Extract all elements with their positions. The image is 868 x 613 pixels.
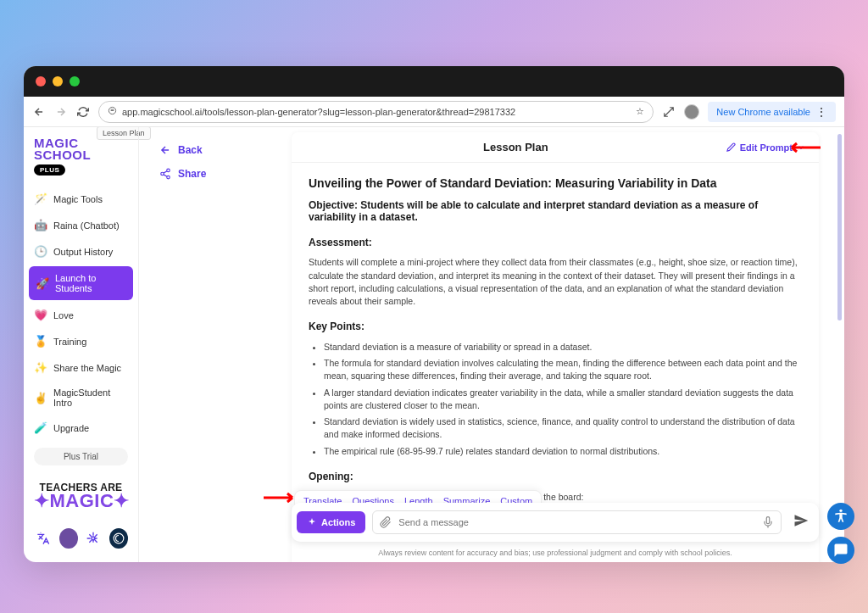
list-item: The formula for standard deviation invol… [324, 357, 802, 382]
sidebar: MAGIC SCHOOL PLUS 🪄 Magic Tools 🤖 Raina … [24, 127, 139, 562]
sidebar-item-upgrade[interactable]: 🧪 Upgrade [24, 415, 138, 441]
lesson-title: Unveiling the Power of Standard Deviatio… [309, 176, 802, 191]
browser-window: app.magicschool.ai/tools/lesson-plan-gen… [24, 66, 844, 562]
list-item: Standard deviation is a measure of varia… [324, 341, 802, 354]
sidebar-item-label: Magic Tools [53, 194, 103, 204]
actions-button[interactable]: Actions [297, 511, 365, 533]
sparkle-icon: ✨ [34, 361, 47, 374]
heart-icon: 💗 [34, 309, 47, 321]
sidebar-item-magicstudent[interactable]: ✌️ MagicStudent Intro [24, 381, 138, 415]
sidebar-item-label: Share the Magic [53, 363, 121, 373]
list-item: A larger standard deviation indicates gr… [324, 387, 802, 412]
chrome-update-badge[interactable]: New Chrome available ⋮ [708, 102, 836, 122]
back-icon[interactable] [32, 105, 46, 119]
gear-icon[interactable] [85, 528, 103, 549]
sidebar-item-label: Upgrade [53, 423, 89, 433]
wand-icon: 🪄 [34, 192, 47, 205]
star-icon[interactable]: ☆ [636, 106, 644, 117]
beaker-icon: 🧪 [34, 421, 47, 434]
share-button[interactable]: Share [159, 164, 271, 183]
svg-line-7 [164, 171, 167, 173]
left-panel: Back Share [139, 127, 292, 562]
clock-icon: 🕒 [34, 245, 47, 258]
profile-avatar-icon[interactable] [684, 104, 699, 120]
minimize-window-icon[interactable] [53, 76, 63, 86]
list-item: Standard deviation is widely used in sta… [324, 415, 802, 441]
svg-point-6 [167, 176, 170, 179]
sidebar-item-share[interactable]: ✨ Share the Magic [24, 354, 138, 381]
forward-icon[interactable] [54, 105, 68, 119]
objective-heading: Objective: Students will be able to calc… [309, 199, 802, 224]
chevron-down-icon [797, 143, 805, 152]
plus-trial-badge[interactable]: Plus Trial [34, 448, 128, 465]
sidebar-footer: TEACHERS ARE ✦MAGIC✦ [24, 475, 138, 557]
logo[interactable]: MAGIC SCHOOL PLUS [24, 132, 138, 186]
keypoints-heading: Key Points: [309, 320, 802, 334]
send-button[interactable] [788, 508, 814, 537]
extensions-icon[interactable] [662, 105, 676, 119]
assessment-text: Students will complete a mini-project wh… [309, 256, 802, 308]
svg-line-8 [164, 175, 167, 176]
kebab-icon[interactable]: ⋮ [815, 105, 827, 119]
app-body: Lesson Plan MAGIC SCHOOL PLUS 🪄 Magic To… [24, 127, 844, 562]
attachment-icon[interactable] [380, 516, 392, 528]
url-bar[interactable]: app.magicschool.ai/tools/lesson-plan-gen… [98, 101, 654, 123]
svg-point-9 [839, 510, 842, 512]
browser-toolbar: app.magicschool.ai/tools/lesson-plan-gen… [24, 97, 844, 127]
svg-point-5 [161, 172, 164, 176]
logo-line2: SCHOOL [34, 149, 128, 161]
swirl-icon[interactable] [109, 528, 128, 549]
sidebar-item-output-history[interactable]: 🕒 Output History [24, 238, 138, 265]
opening-heading: Opening: [309, 470, 802, 484]
reload-icon[interactable] [76, 105, 90, 119]
avatar-icon[interactable] [59, 528, 78, 549]
sidebar-item-label: MagicStudent Intro [53, 387, 128, 408]
sparkle-icon [307, 517, 317, 527]
tagline: TEACHERS ARE ✦MAGIC✦ [34, 483, 128, 510]
input-bar-wrapper: Translate Questions Length Summarize Cus… [292, 503, 819, 542]
main-area: Back Share Lesson Plan Edit [139, 127, 844, 562]
sidebar-item-raina[interactable]: 🤖 Raina (Chatbot) [24, 212, 138, 238]
input-bar: Actions [292, 503, 819, 542]
sidebar-item-label: Training [53, 337, 86, 347]
accessibility-fab[interactable] [827, 503, 854, 530]
scrollbar[interactable] [837, 134, 842, 473]
sidebar-item-magic-tools[interactable]: 🪄 Magic Tools [24, 186, 138, 212]
sidebar-item-training[interactable]: 🏅 Training [24, 328, 138, 354]
maximize-window-icon[interactable] [70, 76, 80, 86]
secure-icon [108, 106, 117, 117]
message-input-wrap [372, 510, 782, 534]
sidebar-item-label: Raina (Chatbot) [53, 220, 120, 231]
traffic-lights [36, 76, 80, 86]
translate-icon[interactable] [34, 528, 53, 549]
logo-badge: PLUS [34, 164, 65, 176]
close-window-icon[interactable] [36, 76, 46, 86]
content-column: Lesson Plan Edit Prompt Unveiling the Po… [292, 127, 844, 562]
doc-header: Lesson Plan Edit Prompt [292, 132, 819, 163]
rocket-icon: 🚀 [36, 277, 48, 290]
message-input[interactable] [398, 517, 755, 527]
footer-icons [34, 528, 128, 549]
back-button[interactable]: Back [159, 141, 271, 159]
list-item: The empirical rule (68-95-99.7 rule) rel… [324, 445, 802, 458]
medal-icon: 🏅 [34, 335, 47, 348]
svg-point-4 [167, 169, 170, 172]
sidebar-item-label: Love [53, 310, 74, 320]
peace-icon: ✌️ [34, 392, 47, 404]
doc-title: Lesson Plan [305, 141, 726, 153]
sidebar-item-label: Launch to Students [55, 273, 126, 293]
scrollbar-thumb[interactable] [837, 134, 842, 320]
sidebar-item-love[interactable]: 💗 Love [24, 302, 138, 328]
keypoints-list: Standard deviation is a measure of varia… [309, 341, 802, 458]
chat-fab[interactable] [827, 537, 854, 564]
titlebar [24, 66, 844, 97]
edit-prompt-button[interactable]: Edit Prompt [726, 142, 805, 153]
url-text: app.magicschool.ai/tools/lesson-plan-gen… [122, 107, 515, 117]
assessment-heading: Assessment: [309, 236, 802, 250]
mic-icon[interactable] [762, 516, 774, 528]
bot-icon: 🤖 [34, 219, 47, 231]
sidebar-item-launch-students[interactable]: 🚀 Launch to Students [29, 266, 133, 300]
disclaimer-text: Always review content for accuracy and b… [292, 549, 819, 557]
sidebar-item-label: Output History [53, 247, 113, 257]
